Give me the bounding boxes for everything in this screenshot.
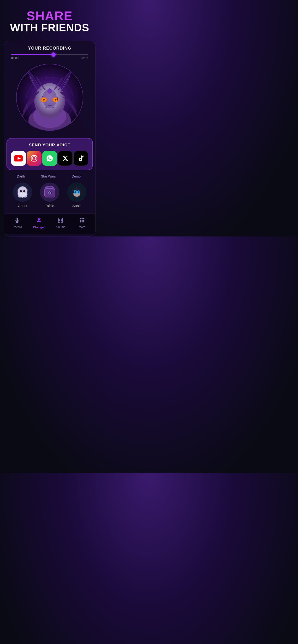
- time-labels: 00:00 00:32: [11, 56, 88, 60]
- sonic-name: Sonic: [72, 204, 82, 208]
- svg-point-61: [80, 218, 81, 219]
- time-start: 00:00: [11, 56, 19, 60]
- svg-rect-40: [45, 196, 54, 198]
- talkie-character[interactable]: Talkie: [40, 182, 59, 208]
- with-friends-title: WITH FRIENDS: [5, 22, 95, 34]
- albums-icon: [58, 217, 63, 224]
- album-art: [16, 64, 83, 131]
- svg-point-27: [20, 190, 22, 192]
- sonic-avatar: [67, 182, 86, 202]
- svg-point-64: [80, 220, 81, 221]
- svg-point-46: [73, 187, 75, 190]
- svg-point-62: [82, 218, 83, 219]
- changer-icon: [36, 217, 42, 225]
- nav-changer[interactable]: Changer: [31, 217, 47, 229]
- main-card: YOUR RECORDING 00:00 00:32: [4, 41, 95, 236]
- progress-bar-container[interactable]: [11, 54, 88, 55]
- svg-point-16: [52, 97, 60, 102]
- svg-point-34: [49, 191, 50, 192]
- ghost-character[interactable]: Ghost: [13, 182, 32, 208]
- svg-point-56: [78, 191, 78, 192]
- bottom-nav: Record Changer Albums: [4, 214, 95, 234]
- svg-rect-57: [17, 218, 18, 221]
- record-label: Record: [13, 226, 22, 229]
- darth-label: Darth: [17, 174, 25, 178]
- svg-point-28: [23, 190, 25, 192]
- svg-point-17: [48, 103, 51, 105]
- char-labels-row: Darth Star Wars Demon: [4, 172, 95, 179]
- whatsapp-button[interactable]: [42, 151, 57, 166]
- share-title: SHARE: [5, 10, 95, 22]
- progress-track[interactable]: [11, 54, 88, 55]
- youtube-button[interactable]: [11, 151, 26, 166]
- send-voice-label: SEND YOUR VOICE: [11, 143, 89, 148]
- nav-albums[interactable]: Albums: [52, 217, 69, 229]
- x-button[interactable]: [58, 151, 73, 166]
- svg-point-15: [40, 97, 48, 102]
- svg-point-66: [83, 220, 84, 221]
- characters-grid: Ghost: [4, 179, 95, 211]
- svg-point-65: [82, 220, 83, 221]
- ghost-avatar: [13, 182, 32, 202]
- recording-label: YOUR RECORDING: [9, 46, 90, 51]
- nav-more[interactable]: More: [74, 217, 90, 229]
- svg-point-67: [80, 222, 81, 222]
- recording-section: YOUR RECORDING 00:00 00:32: [4, 41, 95, 138]
- progress-fill: [11, 54, 54, 55]
- star-wars-label: Star Wars: [41, 174, 56, 178]
- tiktok-button[interactable]: [73, 151, 88, 166]
- record-icon: [14, 217, 20, 224]
- talkie-name: Talkie: [45, 204, 54, 208]
- svg-point-68: [82, 222, 83, 222]
- header: SHARE WITH FRIENDS: [0, 0, 99, 38]
- talkie-avatar: [40, 182, 59, 202]
- more-icon: [79, 217, 85, 224]
- svg-point-38: [49, 193, 49, 194]
- sonic-character[interactable]: Sonic: [67, 182, 86, 208]
- svg-point-69: [83, 222, 84, 222]
- svg-point-35: [50, 192, 51, 193]
- albums-label: Albums: [56, 226, 65, 229]
- demon-label: Demon: [72, 174, 83, 178]
- svg-point-22: [32, 157, 36, 160]
- progress-thumb: [51, 52, 56, 57]
- instagram-button[interactable]: [27, 151, 42, 166]
- svg-point-63: [83, 218, 84, 219]
- svg-point-60: [38, 218, 40, 221]
- ghost-name: Ghost: [18, 204, 27, 208]
- svg-point-23: [36, 156, 37, 157]
- send-voice-box: SEND YOUR VOICE: [7, 138, 93, 170]
- nav-record[interactable]: Record: [9, 217, 26, 229]
- time-end: 00:32: [81, 56, 88, 60]
- svg-point-39: [48, 192, 49, 193]
- social-icons-row: [11, 151, 89, 166]
- more-label: More: [79, 226, 85, 229]
- svg-point-55: [75, 191, 75, 192]
- svg-point-47: [78, 187, 81, 190]
- changer-label: Changer: [33, 226, 45, 229]
